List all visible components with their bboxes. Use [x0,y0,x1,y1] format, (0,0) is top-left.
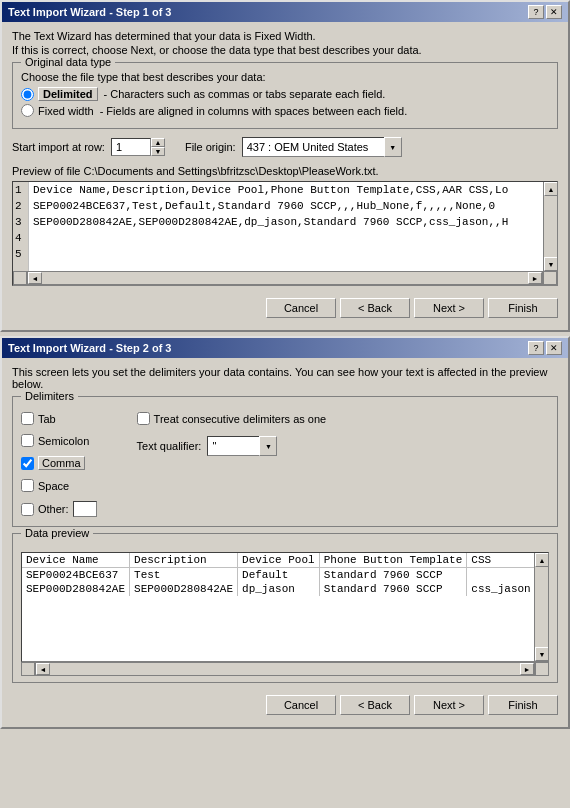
wizard1-content: The Text Wizard has determined that your… [2,22,568,330]
treat-consecutive-label: Treat consecutive delimiters as one [154,413,327,425]
dp-corner [21,662,35,676]
wizard2-back-button[interactable]: < Back [340,695,410,715]
other-checkbox[interactable] [21,503,34,516]
dp-cell: Description [130,553,238,568]
dp-cell: SEP000D280842AE [22,582,130,596]
delimiter-options: Treat consecutive delimiters as one Text… [137,409,327,520]
dp-corner2 [535,662,549,676]
dp-scroll-up[interactable]: ▲ [535,553,549,567]
wizard2-finish-button[interactable]: Finish [488,695,558,715]
fixed-desc: - Fields are aligned in columns with spa… [100,105,408,117]
other-input[interactable] [73,501,97,517]
wizard1-intro2: If this is correct, choose Next, or choo… [12,44,558,56]
hscroll-track: ◄ ► [27,271,543,285]
wizard1-titlebar: Text Import Wizard - Step 1 of 3 ? ✕ [2,2,568,22]
space-checkbox[interactable] [21,479,34,492]
data-preview-legend: Data preview [21,527,93,539]
delimiters-group: Delimiters Tab Semicolon Comma [12,396,558,527]
file-origin-select[interactable]: 437 : OEM United States [242,137,402,157]
fixed-row: Fixed width - Fields are aligned in colu… [21,104,549,117]
original-data-type-group: Original data type Choose the file type … [12,62,558,129]
dp-cell: Default [238,568,320,583]
qualifier-label: Text qualifier: [137,440,202,452]
table-row: SEP000D280842AE SEP000D280842AE dp_jason… [22,582,534,596]
wizard2-next-button[interactable]: Next > [414,695,484,715]
semicolon-row: Semicolon [21,434,97,447]
spinner-up[interactable]: ▲ [151,138,165,147]
wizard2-window: Text Import Wizard - Step 2 of 3 ? ✕ Thi… [0,336,570,729]
wizard1-cancel-button[interactable]: Cancel [266,298,336,318]
file-origin-label: File origin: [185,141,236,153]
dp-cell: Device Name [22,553,130,568]
start-import-label: Start import at row: [12,141,105,153]
wizard1-title-buttons: ? ✕ [528,5,562,19]
preview-line-5 [33,246,539,262]
data-preview-table: Device Name Description Device Pool Phon… [22,553,534,596]
start-import-input[interactable] [111,138,151,156]
file-origin-select-wrap: 437 : OEM United States ▼ [242,137,402,157]
delimited-row: Delimited - Characters such as commas or… [21,87,549,101]
qualifier-select[interactable]: " [207,436,277,456]
data-preview-group: Data preview Device Name Description Dev… [12,533,558,683]
start-import-spinner: ▲ ▼ [111,138,165,156]
table-row: SEP00024BCE637 Test Default Standard 796… [22,568,534,583]
wizard2-title-buttons: ? ✕ [528,341,562,355]
wizard1-help-button[interactable]: ? [528,5,544,19]
delimited-label: Delimited [38,87,98,101]
comma-label: Comma [38,456,85,470]
wizard1-back-button[interactable]: < Back [340,298,410,318]
preview-line-numbers: 12345 [13,182,29,271]
scroll-down-button[interactable]: ▼ [544,257,557,271]
preview-line-4 [33,230,539,246]
delimited-radio[interactable] [21,88,34,101]
dp-cell: SEP00024BCE637 [22,568,130,583]
dp-cell: SEP000D280842AE [130,582,238,596]
dp-scroll-track [535,567,548,647]
dp-scroll-down[interactable]: ▼ [535,647,549,661]
dp-cell: Test [130,568,238,583]
table-row: Device Name Description Device Pool Phon… [22,553,534,568]
dp-cell: Phone Button Template [319,553,467,568]
wizard1-close-button[interactable]: ✕ [546,5,562,19]
wizard1-next-button[interactable]: Next > [414,298,484,318]
wizard2-button-bar: Cancel < Back Next > Finish [12,691,558,719]
dp-scroll-left[interactable]: ◄ [36,663,50,675]
comma-checkbox[interactable] [21,457,34,470]
wizard1-finish-button[interactable]: Finish [488,298,558,318]
wizard2-titlebar: Text Import Wizard - Step 2 of 3 ? ✕ [2,338,568,358]
preview-line-1: Device Name,Description,Device Pool,Phon… [33,182,539,198]
qualifier-row: Text qualifier: " ▼ [137,436,327,456]
wizard2-cancel-button[interactable]: Cancel [266,695,336,715]
original-data-type-legend: Original data type [21,56,115,68]
spinner-buttons: ▲ ▼ [151,138,165,156]
scroll-up-button[interactable]: ▲ [544,182,557,196]
wizard1-window: Text Import Wizard - Step 1 of 3 ? ✕ The… [0,0,570,332]
dp-cell [467,568,534,583]
spinner-down[interactable]: ▼ [151,147,165,156]
treat-consecutive-checkbox[interactable] [137,412,150,425]
scroll-right-button[interactable]: ► [528,272,542,284]
qualifier-select-wrap: " ▼ [207,436,277,456]
preview-scrollbar-v: ▲ ▼ [543,182,557,271]
tab-row: Tab [21,412,97,425]
choose-label: Choose the file type that best describes… [21,71,549,83]
scroll-left-button[interactable]: ◄ [28,272,42,284]
corner-box2 [543,271,557,285]
dp-cell: CSS [467,553,534,568]
tab-checkbox[interactable] [21,412,34,425]
corner-box [13,271,27,285]
preview-text: Device Name,Description,Device Pool,Phon… [29,182,543,271]
wizard2-close-button[interactable]: ✕ [546,341,562,355]
other-row: Other: [21,501,97,517]
delimited-desc: - Characters such as commas or tabs sepa… [104,88,386,100]
wizard2-help-button[interactable]: ? [528,341,544,355]
dp-scroll-right[interactable]: ► [520,663,534,675]
wizard2-intro: This screen lets you set the delimiters … [12,366,558,390]
wizard1-title: Text Import Wizard - Step 1 of 3 [8,6,172,18]
fixed-radio[interactable] [21,104,34,117]
dp-cell: Standard 7960 SCCP [319,568,467,583]
scroll-track-v [544,196,557,257]
dp-cell: Standard 7960 SCCP [319,582,467,596]
semicolon-checkbox[interactable] [21,434,34,447]
delimiter-checkboxes: Tab Semicolon Comma Space [21,409,97,520]
